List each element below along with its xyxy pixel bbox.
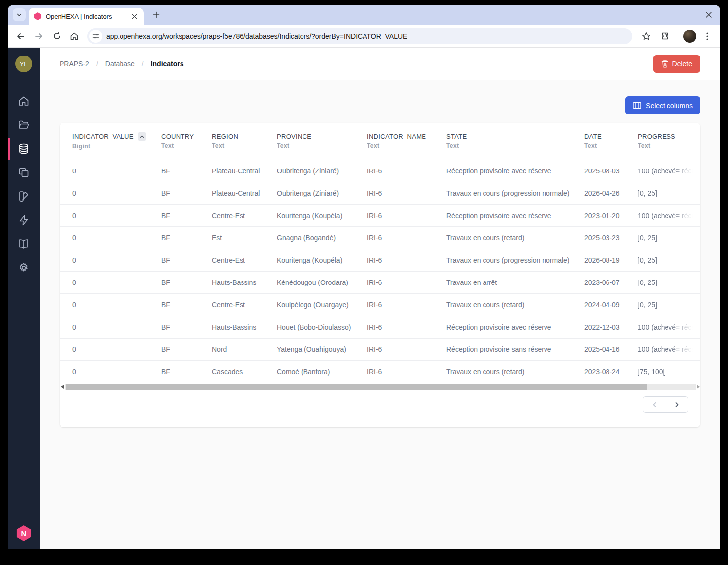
forward-button[interactable] (31, 28, 47, 44)
cell-province: Kouritenga (Koupéla) (277, 204, 367, 226)
cell-date: 2024-04-09 (584, 293, 638, 316)
table-row[interactable]: 0BFCentre-EstKouritenga (Koupéla)IRI-6Tr… (60, 249, 700, 271)
sidebar-item-pipelines[interactable] (8, 184, 40, 208)
tab-close-icon[interactable] (130, 12, 139, 21)
browser-toolbar: app.openhexa.org/workspaces/praps-f5e786… (8, 25, 720, 48)
cell-region: Plateau-Central (212, 160, 277, 182)
cell-country: BF (161, 293, 212, 316)
table-row[interactable]: 0BFHauts-BassinsHouet (Bobo-Dioulasso)IR… (60, 316, 700, 338)
pagination (643, 396, 688, 413)
cell-region: Est (212, 226, 277, 249)
cell-province: Kénédougou (Orodara) (277, 271, 367, 293)
reload-button[interactable] (49, 28, 64, 44)
cell-date: 2025-08-03 (584, 160, 638, 182)
cell-indicator_name: IRI-6 (367, 249, 446, 271)
cell-indicator_name: IRI-6 (367, 338, 446, 360)
extensions-icon[interactable] (657, 28, 673, 44)
column-type: Text (584, 142, 634, 149)
sidebar-item-home[interactable] (8, 89, 40, 113)
scrollbar-thumb[interactable] (66, 384, 647, 390)
column-header-country[interactable]: COUNTRYText (161, 123, 212, 160)
url-bar[interactable]: app.openhexa.org/workspaces/praps-f5e786… (87, 28, 632, 44)
url-text: app.openhexa.org/workspaces/praps-f5e786… (106, 32, 407, 40)
cell-indicator_value: 0 (60, 204, 161, 226)
cell-progress: ]0, 25] (638, 271, 700, 293)
cell-indicator_value: 0 (60, 160, 161, 182)
column-header-province[interactable]: PROVINCEText (277, 123, 367, 160)
next-page-button[interactable] (666, 397, 688, 412)
scroll-left-arrow-icon[interactable] (61, 385, 64, 389)
cell-date: 2026-08-19 (584, 249, 638, 271)
app-sidebar: YF N (8, 48, 40, 549)
home-icon (70, 32, 79, 41)
profile-avatar[interactable] (683, 30, 696, 43)
forward-arrow-icon (34, 32, 43, 41)
column-header-date[interactable]: DATEText (584, 123, 638, 160)
home-button[interactable] (66, 28, 82, 44)
cell-indicator_name: IRI-6 (367, 204, 446, 226)
select-columns-button[interactable]: Select columns (625, 96, 700, 114)
column-type: Bigint (72, 143, 157, 150)
cell-indicator_name: IRI-6 (367, 316, 446, 338)
sidebar-item-settings[interactable] (8, 256, 40, 280)
sidebar-item-runs[interactable] (8, 208, 40, 232)
reload-icon (53, 32, 61, 40)
sort-asc-icon[interactable] (138, 132, 146, 141)
sidebar-item-files[interactable] (8, 113, 40, 137)
delete-button[interactable]: Delete (653, 55, 700, 73)
menu-kebab-icon[interactable] (699, 28, 715, 44)
column-type: Text (446, 142, 580, 149)
cell-progress: 100 (achevé= récept (638, 338, 700, 360)
column-header-progress[interactable]: PROGRESSText (638, 123, 700, 160)
sidebar-item-datasets[interactable] (8, 161, 40, 184)
gear-icon (18, 262, 30, 274)
table-row[interactable]: 0BFNordYatenga (Ouahigouya)IRI-6Réceptio… (60, 338, 700, 360)
cell-progress: ]0, 25] (638, 249, 700, 271)
cell-region: Centre-Est (212, 204, 277, 226)
openhexa-logo-icon[interactable]: N (16, 525, 32, 541)
scroll-right-arrow-icon[interactable] (697, 385, 700, 389)
site-settings-icon[interactable] (89, 30, 102, 43)
horizontal-scrollbar[interactable] (61, 384, 700, 390)
window-close-icon[interactable] (703, 9, 714, 20)
page-header: PRAPS-2 / Database / Indicators Delete (40, 48, 720, 80)
sidebar-item-docs[interactable] (8, 232, 40, 256)
sidebar-item-database[interactable] (8, 137, 40, 161)
column-header-region[interactable]: REGIONText (212, 123, 277, 160)
cell-date: 2026-04-26 (584, 182, 638, 204)
cell-date: 2023-06-07 (584, 271, 638, 293)
table-row[interactable]: 0BFCascadesComoé (Banfora)IRI-6Travaux e… (60, 360, 700, 383)
breadcrumb-current: Indicators (151, 60, 184, 68)
data-table-card: INDICATOR_VALUEBigintCOUNTRYTextREGIONTe… (60, 123, 700, 427)
bookmark-star-icon[interactable] (638, 28, 654, 44)
breadcrumb-database[interactable]: Database (105, 60, 135, 68)
browser-tab[interactable]: OpenHEXA | Indicators (29, 8, 144, 25)
column-type: Text (367, 142, 442, 149)
column-name: STATE (446, 133, 467, 140)
breadcrumb-workspace[interactable]: PRAPS-2 (60, 60, 89, 68)
cell-indicator_name: IRI-6 (367, 271, 446, 293)
column-header-state[interactable]: STATEText (446, 123, 584, 160)
toolbar-divider (678, 31, 678, 41)
cell-date: 2025-04-16 (584, 338, 638, 360)
previous-page-button[interactable] (643, 397, 666, 412)
table-row[interactable]: 0BFPlateau-CentralOubritenga (Ziniaré)IR… (60, 182, 700, 204)
new-tab-button[interactable] (150, 8, 163, 21)
column-header-indicator_value[interactable]: INDICATOR_VALUEBigint (60, 123, 161, 160)
cell-indicator_name: IRI-6 (367, 226, 446, 249)
column-name: PROVINCE (277, 133, 311, 140)
table-row[interactable]: 0BFCentre-EstKouritenga (Koupéla)IRI-6Ré… (60, 204, 700, 226)
tab-search-button[interactable] (13, 8, 26, 21)
table-row[interactable]: 0BFPlateau-CentralOubritenga (Ziniaré)IR… (60, 160, 700, 182)
cell-indicator_name: IRI-6 (367, 360, 446, 383)
cell-indicator_name: IRI-6 (367, 160, 446, 182)
column-header-indicator_name[interactable]: INDICATOR_NAMEText (367, 123, 446, 160)
table-row[interactable]: 0BFEstGnagna (Bogandé)IRI-6Travaux en co… (60, 226, 700, 249)
back-button[interactable] (13, 28, 29, 44)
cell-indicator_value: 0 (60, 360, 161, 383)
user-avatar[interactable]: YF (15, 56, 32, 72)
table-row[interactable]: 0BFHauts-BassinsKénédougou (Orodara)IRI-… (60, 271, 700, 293)
columns-icon (633, 102, 641, 109)
cell-indicator_value: 0 (60, 249, 161, 271)
table-row[interactable]: 0BFCentre-EstKoulpélogo (Ouargaye)IRI-6T… (60, 293, 700, 316)
